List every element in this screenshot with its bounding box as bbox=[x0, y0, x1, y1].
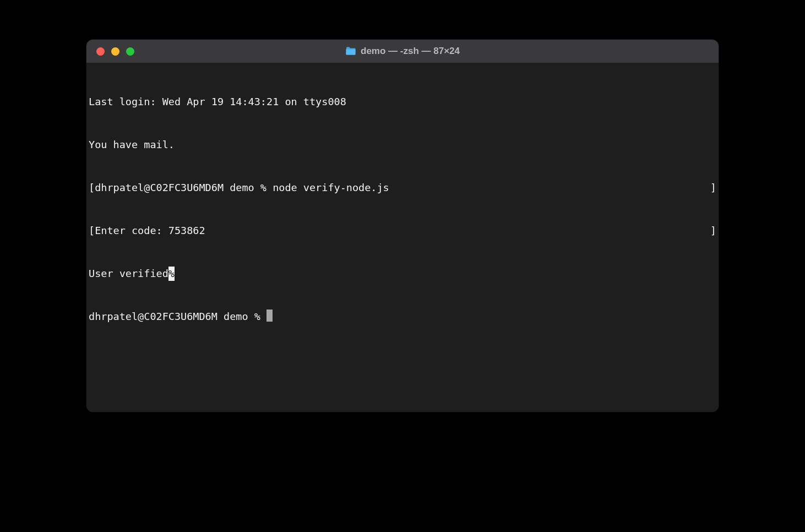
cursor[interactable] bbox=[266, 310, 273, 322]
percent-mark: % bbox=[168, 267, 175, 281]
terminal-window: demo — -zsh — 87×24 Last login: Wed Apr … bbox=[86, 40, 719, 412]
terminal-prompt: dhrpatel@C02FC3U6MD6M demo % bbox=[89, 311, 266, 322]
terminal-body[interactable]: Last login: Wed Apr 19 14:43:21 on ttys0… bbox=[86, 63, 719, 412]
window-title: demo — -zsh — 87×24 bbox=[86, 46, 719, 57]
traffic-lights bbox=[86, 47, 134, 56]
close-button[interactable] bbox=[96, 47, 105, 56]
terminal-line: You have mail. bbox=[89, 138, 716, 152]
terminal-line: [dhrpatel@C02FC3U6MD6M demo % node verif… bbox=[89, 181, 716, 195]
terminal-text: [dhrpatel@C02FC3U6MD6M demo % node verif… bbox=[89, 181, 389, 195]
terminal-line: User verified% bbox=[89, 267, 716, 281]
folder-icon bbox=[345, 47, 356, 56]
terminal-text: ] bbox=[710, 224, 716, 238]
maximize-button[interactable] bbox=[126, 47, 134, 56]
terminal-text: User verified bbox=[89, 268, 168, 279]
titlebar[interactable]: demo — -zsh — 87×24 bbox=[86, 40, 719, 63]
terminal-line: [Enter code: 753862] bbox=[89, 224, 716, 238]
terminal-line: Last login: Wed Apr 19 14:43:21 on ttys0… bbox=[89, 95, 716, 109]
terminal-prompt-line: dhrpatel@C02FC3U6MD6M demo % bbox=[89, 310, 716, 324]
minimize-button[interactable] bbox=[111, 47, 119, 56]
terminal-text: ] bbox=[710, 181, 716, 195]
terminal-text: [Enter code: 753862 bbox=[89, 224, 205, 238]
window-title-text: demo — -zsh — 87×24 bbox=[361, 46, 460, 57]
